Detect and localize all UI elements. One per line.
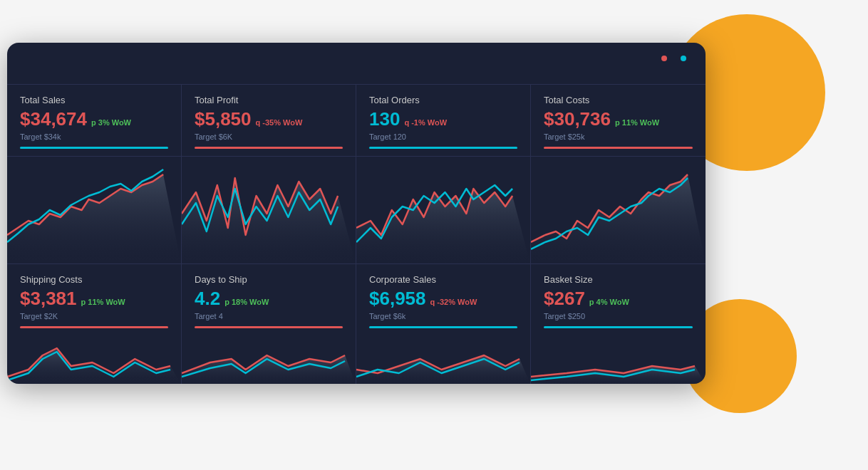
metric-cell-2: Total Orders 130 q -1% WoW Target 120 [356, 85, 531, 156]
bottom-metric-bar-2 [369, 326, 517, 328]
bottom-metric-badge-0: p 11% WoW [81, 298, 125, 306]
legend-exceeded [681, 56, 690, 61]
bottom-metric-cell-2: Corporate Sales $6,958 q -32% WoW Target… [356, 264, 531, 334]
bottom-metric-badge-3: p 4% WoW [589, 298, 629, 306]
metric-badge-2: q -1% WoW [404, 118, 447, 127]
metric-bar-2 [369, 147, 517, 149]
metric-title-1: Total Profit [195, 95, 343, 105]
top-chart-cell-3 [531, 157, 706, 263]
top-chart-cell-1 [182, 157, 356, 263]
top-metrics-grid: Total Sales $34,674 p 3% WoW Target $34k… [7, 85, 706, 157]
metric-title-2: Total Orders [369, 95, 517, 105]
metric-badge-0: p 3% WoW [91, 118, 131, 127]
metric-title-0: Total Sales [20, 95, 168, 105]
bottom-metric-title-1: Days to Ship [195, 274, 343, 285]
top-chart-cell-0 [7, 157, 182, 263]
bottom-metric-target-2: Target $6k [369, 312, 517, 320]
bottom-metric-badge-2: q -32% WoW [430, 298, 477, 306]
bottom-metric-bar-1 [195, 326, 343, 328]
dashboard: Total Sales $34,674 p 3% WoW Target $34k… [7, 43, 706, 384]
bottom-metric-value-row-1: 4.2 p 18% WoW [195, 288, 343, 310]
metric-cell-0: Total Sales $34,674 p 3% WoW Target $34k [7, 85, 182, 156]
metric-bar-1 [195, 147, 343, 149]
bottom-metric-value-row-0: $3,381 p 11% WoW [20, 288, 168, 310]
metric-cell-1: Total Profit $5,850 q -35% WoW Target $6… [182, 85, 356, 156]
metric-target-3: Target $25k [544, 132, 693, 141]
top-chart-cell-2 [356, 157, 531, 263]
bottom-metric-bar-3 [544, 326, 693, 328]
exceeded-dot [681, 56, 686, 61]
legend-missed [661, 56, 671, 61]
bottom-metric-target-1: Target 4 [195, 312, 343, 320]
metric-target-1: Target $6K [195, 132, 343, 141]
bottom-metric-value-2: $6,958 [369, 288, 426, 310]
metric-badge-1: q -35% WoW [256, 118, 303, 127]
bottom-metric-cell-1: Days to Ship 4.2 p 18% WoW Target 4 [182, 264, 356, 334]
bottom-chart-cell-3 [531, 334, 706, 384]
bottom-metric-bar-0 [20, 326, 168, 328]
filters-row [664, 67, 690, 77]
bottom-chart-cell-0 [7, 334, 182, 384]
metric-title-3: Total Costs [544, 95, 693, 105]
metric-value-row-0: $34,674 p 3% WoW [20, 108, 168, 130]
metric-value-row-2: 130 q -1% WoW [369, 108, 517, 130]
metric-value-row-1: $5,850 q -35% WoW [195, 108, 343, 130]
bottom-chart-cell-2 [356, 334, 531, 384]
metric-target-2: Target 120 [369, 132, 517, 141]
metric-value-row-3: $30,736 p 11% WoW [544, 108, 693, 130]
bottom-metrics-grid: Shipping Costs $3,381 p 11% WoW Target $… [7, 264, 706, 334]
region-filter[interactable] [688, 67, 690, 77]
metric-cell-3: Total Costs $30,736 p 11% WoW Target $25… [531, 85, 706, 156]
legend-items [661, 56, 690, 61]
dashboard-header [7, 43, 706, 85]
metric-value-3: $30,736 [544, 108, 611, 130]
bottom-metric-value-row-2: $6,958 q -32% WoW [369, 288, 517, 310]
bottom-metric-target-0: Target $2K [20, 312, 168, 320]
bottom-metric-title-0: Shipping Costs [20, 274, 168, 285]
bottom-metric-target-3: Target $250 [544, 312, 693, 320]
category-filter[interactable] [664, 67, 666, 77]
legend-filters [661, 56, 690, 77]
metric-value-0: $34,674 [20, 108, 87, 130]
bottom-metric-cell-0: Shipping Costs $3,381 p 11% WoW Target $… [7, 264, 182, 334]
metric-target-0: Target $34k [20, 132, 168, 141]
bottom-metric-value-0: $3,381 [20, 288, 77, 310]
bottom-metric-value-row-3: $267 p 4% WoW [544, 288, 693, 310]
metric-bar-0 [20, 147, 168, 149]
metric-badge-3: p 11% WoW [615, 118, 659, 127]
bottom-metric-title-2: Corporate Sales [369, 274, 517, 285]
bottom-charts-grid [7, 334, 706, 384]
bottom-metric-cell-3: Basket Size $267 p 4% WoW Target $250 [531, 264, 706, 334]
missed-dot [661, 56, 667, 61]
bottom-metric-value-1: 4.2 [195, 288, 220, 310]
bottom-metric-title-3: Basket Size [544, 274, 693, 285]
bottom-chart-cell-1 [182, 334, 356, 384]
top-charts-grid [7, 157, 706, 264]
bottom-metric-value-3: $267 [544, 288, 585, 310]
metric-value-2: 130 [369, 108, 400, 130]
metric-value-1: $5,850 [195, 108, 252, 130]
metric-bar-3 [544, 147, 693, 149]
bottom-metric-badge-1: p 18% WoW [224, 298, 269, 306]
